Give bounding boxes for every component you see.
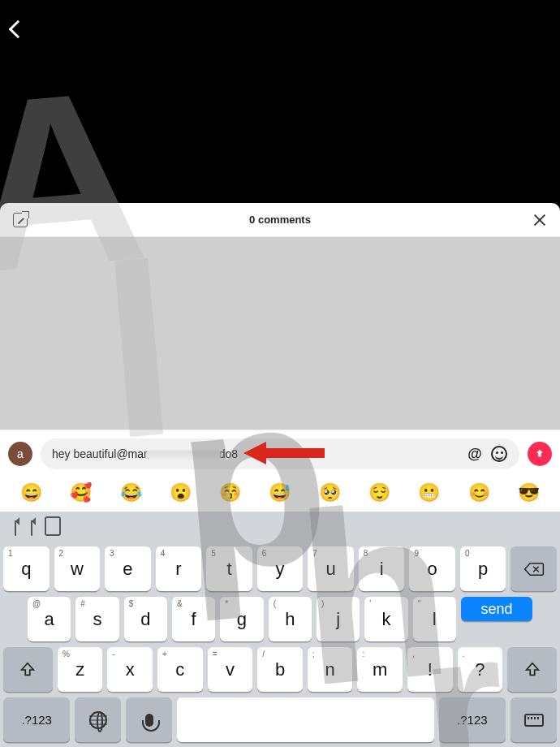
keyboard-toolbar	[3, 515, 557, 541]
video-background	[0, 0, 560, 203]
keyboard-row-2: @a#s$d&f*g(h)j'k"l send	[3, 597, 557, 641]
key-u[interactable]: 7u	[308, 546, 354, 591]
emoji-quick-item[interactable]: 😬	[418, 482, 440, 503]
keyboard: 1q2w3e4r5t6y7u8i9o0p @a#s$d&f*g(h)j'k"l …	[0, 512, 560, 747]
sheet-header: 0 comments	[0, 203, 560, 237]
comments-count: 0 comments	[249, 214, 311, 226]
undo-icon[interactable]	[15, 520, 16, 535]
dictation-key[interactable]	[126, 697, 172, 742]
key-v[interactable]: =v	[208, 647, 253, 692]
key-m[interactable]: :m	[357, 647, 403, 692]
clipboard-icon[interactable]	[47, 520, 50, 535]
key-i[interactable]: 8i	[359, 546, 405, 591]
emoji-quick-item[interactable]: 😚	[219, 482, 241, 503]
at-icon[interactable]: @	[466, 445, 484, 463]
emoji-quick-item[interactable]: 😄	[20, 482, 42, 503]
emoji-quick-item[interactable]: 😎	[518, 482, 540, 503]
emoji-icon[interactable]	[490, 445, 508, 463]
emoji-quick-item[interactable]: 🥰	[70, 482, 92, 503]
key-k[interactable]: 'k	[364, 597, 407, 641]
send-button[interactable]	[528, 442, 552, 466]
redo-icon[interactable]	[31, 520, 32, 535]
keyboard-send-key[interactable]: send	[461, 597, 532, 621]
keyboard-row-3: %z-x+c=v/b;n:m,!.?	[3, 647, 557, 692]
mention-redacted	[146, 451, 221, 460]
key-t[interactable]: 5t	[206, 546, 252, 591]
key-h[interactable]: (h	[269, 597, 312, 641]
key-j[interactable]: )j	[317, 597, 360, 641]
comment-text-prefix: hey beautiful	[52, 447, 116, 460]
key-e[interactable]: 3e	[105, 546, 151, 591]
mention-end: do8	[219, 447, 238, 460]
mention-start: @mar	[116, 447, 147, 460]
key-x[interactable]: -x	[107, 647, 153, 692]
space-key[interactable]	[177, 697, 434, 742]
avatar: a	[8, 442, 32, 466]
key-o[interactable]: 9o	[409, 546, 455, 591]
backspace-key[interactable]	[510, 546, 557, 591]
emoji-quick-item[interactable]: 😮	[170, 482, 192, 503]
shift-key-right[interactable]	[507, 647, 557, 692]
key-n[interactable]: ;n	[308, 647, 353, 692]
key-b[interactable]: /b	[257, 647, 303, 692]
dismiss-keyboard-key[interactable]	[510, 697, 557, 742]
key-z[interactable]: %z	[58, 647, 103, 692]
emoji-quick-item[interactable]: 🥺	[319, 482, 341, 503]
symbols-key[interactable]: .?123	[3, 697, 70, 742]
compose-icon[interactable]	[13, 213, 28, 227]
key-q[interactable]: 1q	[3, 546, 50, 591]
key-a[interactable]: @a	[28, 597, 71, 641]
key-c[interactable]: +c	[157, 647, 203, 692]
key-![interactable]: ,!	[407, 647, 453, 692]
globe-key[interactable]	[75, 697, 121, 742]
back-chevron-icon[interactable]	[9, 20, 28, 39]
comment-input[interactable]: hey beautiful @mar do8 @	[41, 438, 519, 469]
comments-sheet: 0 comments a hey beautiful @mar do8 @ 😄🥰…	[0, 203, 560, 747]
key-y[interactable]: 6y	[257, 546, 304, 591]
keyboard-row-1: 1q2w3e4r5t6y7u8i9o0p	[3, 546, 557, 591]
key-p[interactable]: 0p	[460, 546, 506, 591]
close-icon[interactable]	[532, 213, 547, 227]
key-f[interactable]: &f	[172, 597, 215, 641]
emoji-quick-item[interactable]: 😊	[468, 482, 490, 503]
key-d[interactable]: $d	[124, 597, 167, 641]
key-g[interactable]: *g	[220, 597, 263, 641]
emoji-quick-row: 😄🥰😂😮😚😅🥺😌😬😊😎	[0, 474, 560, 512]
symbols-key-right[interactable]: .?123	[439, 697, 506, 742]
key-?[interactable]: .?	[458, 647, 503, 692]
key-w[interactable]: 2w	[54, 546, 101, 591]
shift-key[interactable]	[3, 647, 53, 692]
compose-bar: a hey beautiful @mar do8 @	[0, 430, 560, 474]
key-l[interactable]: "l	[413, 597, 456, 641]
emoji-quick-item[interactable]: 😌	[368, 482, 390, 503]
comments-list-empty	[0, 237, 560, 430]
key-r[interactable]: 4r	[156, 546, 202, 591]
keyboard-row-4: .?123 .?123	[3, 697, 557, 742]
key-s[interactable]: #s	[75, 597, 118, 641]
emoji-quick-item[interactable]: 😂	[120, 482, 142, 503]
emoji-quick-item[interactable]: 😅	[269, 482, 291, 503]
